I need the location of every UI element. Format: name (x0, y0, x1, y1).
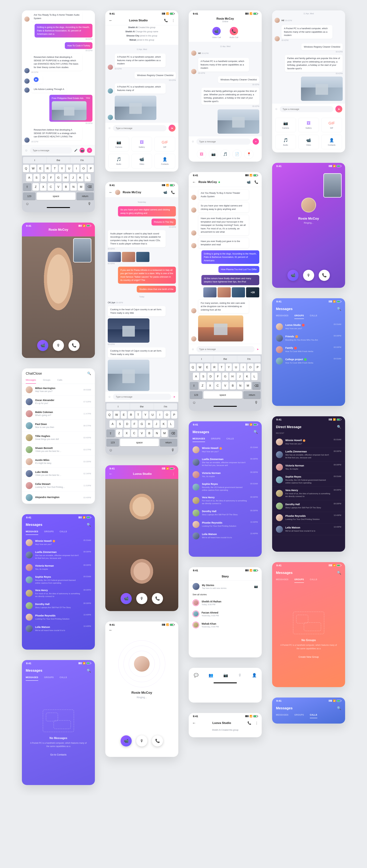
search-icon[interactable]: 🔍 (87, 372, 91, 375)
attach-audio[interactable]: 🎵Audio (108, 154, 129, 168)
conversation-row[interactable]: Luova StudioHey! how are you?09:55AM (272, 321, 345, 333)
conversation-row[interactable]: Phoebe ReynoldsLooking For Your Dvd Prin… (272, 512, 345, 524)
search-icon[interactable]: 🔍 (337, 425, 341, 429)
space-key[interactable]: space (37, 192, 76, 200)
emoji-icon[interactable]: ☺ (275, 107, 278, 111)
tab-messages[interactable]: MESSAGES (26, 676, 38, 681)
conversation-row[interactable]: Austin MilesIt's might be easy.03:35PM (22, 456, 95, 468)
conversation-row[interactable]: FamilyHow To Cook With Fresh Herbs08:08P… (272, 344, 345, 355)
camera-icon[interactable]: 📷 (254, 585, 258, 588)
conversation-row[interactable]: Victoria NormanYes, its maybe08:08PM (22, 562, 95, 573)
emoji-icon[interactable]: ☺ (108, 395, 111, 398)
attach-gif[interactable]: GIFGIF (154, 137, 175, 151)
conversation-row[interactable]: Sophie ReyesRecently, the US Federal gov… (272, 473, 345, 487)
emoji-icon[interactable]: ☺ (108, 127, 111, 130)
conversation-row[interactable]: Luella ZimmermanShe has an enviable, eff… (272, 448, 345, 461)
conversation-row[interactable]: Luke WebbI think you are the best for…02… (22, 468, 95, 479)
back-icon[interactable]: ← (109, 628, 113, 632)
tab-messages[interactable]: MESSAGES (276, 578, 288, 583)
conversation-row[interactable]: Victoria NormanYes, its maybe08:08PM (272, 461, 345, 473)
tab-groups[interactable]: GROUPS (44, 676, 54, 681)
video-toggle-button[interactable]: 📹 (121, 735, 132, 746)
tab-groups[interactable]: GROUPS (211, 437, 221, 442)
suggestions[interactable]: ItheI'm (23, 157, 94, 163)
tab-calls[interactable]: CALLS (60, 676, 67, 681)
delete-key[interactable]: ⌫ (85, 183, 94, 191)
more-icon[interactable]: ⋮ (255, 721, 258, 725)
search-icon[interactable]: 🔍 (337, 706, 341, 710)
search-icon[interactable]: 🔍 (337, 570, 341, 575)
conversation-row[interactable]: Mable ColemanWhat's going on?11:47PM (22, 408, 95, 420)
search-icon[interactable]: 🔍 (337, 307, 341, 311)
pill-location[interactable]: 📍 (244, 150, 254, 159)
image-message[interactable] (198, 315, 243, 341)
image-row[interactable] (108, 252, 149, 262)
conversation-row[interactable]: FriendsBranding Do You Know Who You Are0… (272, 333, 345, 344)
dictation-key[interactable]: 🎙 (88, 202, 91, 206)
tab-groups[interactable]: GROUPS (294, 714, 304, 718)
mute-button[interactable]: 🎙 (136, 735, 147, 746)
voice-message[interactable]: ▶ (31, 75, 43, 84)
conversation-row[interactable]: Tillie HughesGreat things you ever did!0… (22, 432, 95, 444)
home-indicator[interactable] (214, 406, 237, 407)
emoji-icon[interactable]: ☺ (192, 140, 194, 143)
conversation-row[interactable]: Luella ZimmermanShe has an enviable, eff… (189, 456, 262, 469)
conversation-row[interactable]: Winnie HowellHey! how are you?05:55AM (272, 436, 345, 448)
tab-messages[interactable]: MESSAGES (276, 714, 288, 718)
my-stories-row[interactable]: My StoriesTap here to add new stories 📷 (189, 581, 262, 592)
send-icon[interactable]: ➤ (173, 395, 175, 398)
video-icon[interactable]: 📹 (247, 180, 251, 184)
tab-messages[interactable]: Messages (26, 379, 36, 384)
attach-gallery[interactable]: 🖼Gallery (132, 137, 152, 151)
call-icon[interactable]: 📞 (171, 190, 175, 194)
conversation-row[interactable]: Leila WatsonWe've all heard how crucial … (22, 623, 95, 634)
mute-button[interactable]: 🎙 (53, 340, 64, 351)
shift-key[interactable]: ⇧ (23, 183, 31, 191)
tab-groups[interactable]: Groups (43, 379, 50, 384)
conversation-row[interactable]: Vera HenryFor most of us, the idea of as… (189, 494, 262, 507)
conversation-row[interactable]: Winnie HowellHey! how are you?05:55AM (22, 537, 95, 549)
conversation-row[interactable]: Leila WatsonWe've all heard how crucial … (189, 530, 262, 541)
pill-file[interactable]: 📄 (232, 150, 242, 159)
more-icon[interactable]: ⋮ (172, 472, 175, 476)
search-icon[interactable]: 🔍 (254, 430, 258, 434)
tab-messages[interactable]: MESSAGES (276, 314, 288, 319)
attach-audio[interactable]: 🎵Audio (275, 135, 296, 149)
search-icon[interactable]: 🔍 (87, 669, 91, 673)
image-message[interactable] (115, 96, 157, 120)
conversation-row[interactable]: Paul DeanNice to see you then08:37PM (22, 420, 95, 432)
conversation-row[interactable]: Victoria NormanYes, its maybe08:08PM (189, 469, 262, 480)
message-input[interactable] (113, 394, 171, 400)
call-icon[interactable]: 📞 (254, 180, 258, 184)
more-icon[interactable]: ⋮ (172, 19, 175, 22)
conversation-row[interactable]: Sophie ReyesRecently, the US Federal gov… (22, 573, 95, 587)
attach-video[interactable]: 📹Video (132, 154, 152, 168)
conversation-row[interactable]: Alejandro Harrington03:49PM (22, 492, 95, 504)
back-icon[interactable]: ← (109, 190, 113, 195)
tab-calls-icon[interactable]: 🎙 (238, 673, 242, 678)
conversation-row[interactable]: Dorothy HallStory Laptops Are Still Part… (272, 500, 345, 512)
tab-groups[interactable]: GROUPS (294, 314, 304, 319)
conversation-row[interactable]: Phoebe ReynoldsLooking For Your Dvd Prin… (22, 612, 95, 623)
attach-camera[interactable]: 📷Camera (108, 137, 129, 151)
attach-video[interactable]: 📹Video (299, 135, 319, 149)
call-icon[interactable]: 📞 (164, 19, 168, 22)
avatar[interactable] (115, 190, 120, 195)
end-call-button[interactable]: 📞 (68, 340, 80, 351)
back-icon[interactable]: ← (192, 721, 196, 725)
emoji-icon[interactable]: ☺ (192, 348, 194, 351)
mic-icon[interactable]: 🎤 (74, 149, 78, 152)
conversation-row[interactable]: Celia StewartLooking For Your Dvd Printi… (22, 479, 95, 492)
conversation-row[interactable]: Vera HenryFor most of us, the idea of as… (22, 587, 95, 600)
self-video[interactable] (323, 173, 342, 197)
video-toggle-button[interactable]: 📹 (121, 593, 132, 604)
return-key[interactable]: return (77, 192, 94, 200)
back-icon[interactable]: ← (192, 180, 196, 184)
self-video[interactable] (73, 238, 91, 262)
tab-profile-icon[interactable]: 👤 (252, 673, 257, 678)
tab-calls[interactable]: CALLS (226, 437, 234, 442)
attach-contacts[interactable]: 👤Contacts (154, 154, 175, 168)
image-message[interactable] (108, 318, 149, 343)
conversation-row[interactable]: Vera HenryFor most of us, the idea of as… (272, 487, 345, 500)
image-message[interactable] (218, 110, 259, 134)
